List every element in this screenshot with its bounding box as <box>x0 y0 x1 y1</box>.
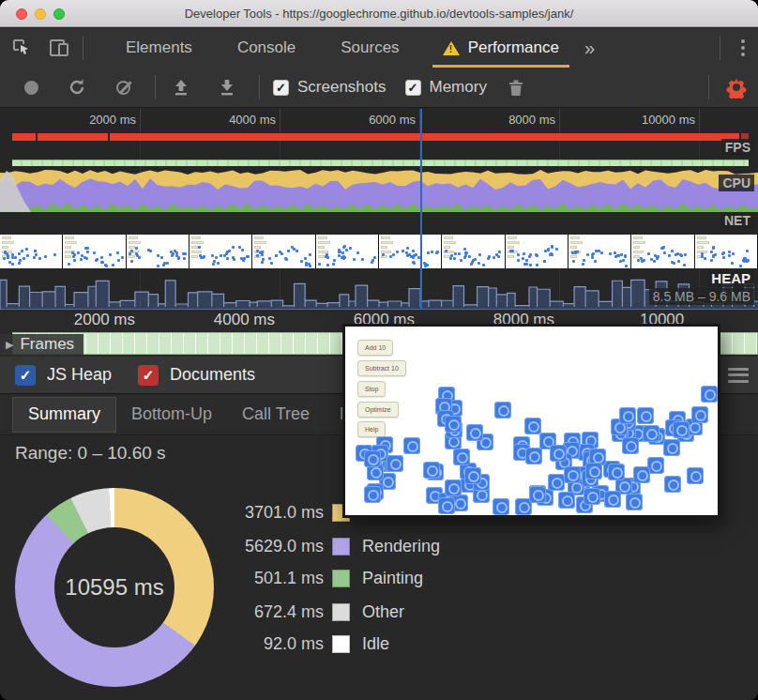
more-tabs-chevron-icon[interactable]: » <box>573 38 606 59</box>
thumbnail-button-stub <box>633 236 643 239</box>
performance-toolbar: ✓ Screenshots ✓ Memory <box>0 68 758 108</box>
screenshots-checkbox-box[interactable]: ✓ <box>273 80 289 96</box>
separator <box>259 75 260 99</box>
screenshot-filmstrip[interactable] <box>0 235 758 268</box>
thumbnail-dot <box>300 260 303 263</box>
thumbnail-dot <box>53 253 56 256</box>
ruler-tick <box>559 109 560 131</box>
memory-checkbox-box[interactable]: ✓ <box>405 80 421 96</box>
thumbnail-dot <box>746 250 749 252</box>
thumbnail-dot <box>591 256 594 259</box>
preview-add10-button: Add 10 <box>357 340 393 356</box>
thumbnail-dot <box>668 254 671 257</box>
filmstrip-thumbnail[interactable] <box>63 235 126 268</box>
fps-row-label: FPS <box>721 139 754 156</box>
timeline-overview[interactable]: 2000 ms4000 ms6000 ms8000 ms10000 ms FPS… <box>0 109 758 310</box>
thumbnail-dot <box>637 259 640 262</box>
thumbnail-dot <box>464 254 467 257</box>
hover-cursor-line <box>420 109 422 310</box>
thumbnail-dot <box>721 252 724 255</box>
thumbnail-dot <box>647 252 650 255</box>
thumbnail-dot <box>326 264 329 266</box>
thumbnail-button-stub <box>318 241 330 244</box>
thumbnail-dot <box>746 260 749 263</box>
load-profile-icon[interactable] <box>167 73 195 101</box>
filmstrip-thumbnail[interactable] <box>190 235 252 268</box>
clear-button[interactable] <box>109 73 137 101</box>
thumbnail-dot <box>275 254 278 257</box>
filmstrip-thumbnail[interactable] <box>631 235 694 268</box>
filmstrip-thumbnail[interactable] <box>379 235 442 268</box>
reload-and-record-button[interactable] <box>63 73 91 101</box>
inspect-element-icon[interactable] <box>6 34 38 62</box>
tab-sources[interactable]: Sources <box>326 28 413 68</box>
net-row <box>0 212 758 235</box>
tab-summary[interactable]: Summary <box>12 397 116 433</box>
thumbnail-button-stub <box>2 241 14 244</box>
thumbnail-button-stub <box>633 255 640 258</box>
cpu-nodes-strip <box>12 160 749 166</box>
disclosure-triangle-icon: ▶ <box>6 339 13 351</box>
legend-category-label: Painting <box>362 569 423 588</box>
thumbnail-button-stub <box>65 255 71 258</box>
thumbnail-dot <box>722 256 725 259</box>
memory-checkbox[interactable]: ✓ Memory <box>405 78 487 97</box>
filmstrip-thumbnail[interactable] <box>506 235 568 268</box>
thumbnail-dot <box>460 259 462 262</box>
thumbnail-dot <box>100 256 103 259</box>
summary-legend-row: 92.0 msIdle <box>169 632 389 655</box>
thumbnail-dot <box>663 251 666 254</box>
thumbnail-dot <box>586 253 589 256</box>
preview-blue-square <box>622 437 639 454</box>
garbage-collect-icon[interactable] <box>502 73 530 101</box>
preview-blue-square <box>529 486 546 503</box>
thumbnail-dot <box>279 251 281 253</box>
close-button[interactable] <box>16 8 27 20</box>
filmstrip-thumbnail[interactable] <box>127 235 190 268</box>
thumbnail-dot <box>38 257 41 260</box>
legend-value: 92.0 ms <box>169 634 324 654</box>
thumbnail-dot <box>671 250 674 252</box>
devtools-menu-icon[interactable] <box>728 39 758 56</box>
thumbnail-dot <box>525 263 528 266</box>
preview-blue-square <box>558 492 575 509</box>
filmstrip-thumbnail[interactable] <box>695 235 758 268</box>
thumbnail-dot <box>396 251 399 253</box>
tab-performance[interactable]: ! Performance <box>429 28 573 68</box>
thumbnail-dot <box>498 251 501 253</box>
zoom-button[interactable] <box>53 8 65 20</box>
overflow-menu-icon[interactable] <box>728 364 749 386</box>
filmstrip-thumbnail[interactable] <box>316 235 379 268</box>
thumbnail-dot <box>547 249 550 251</box>
filmstrip-thumbnail[interactable] <box>442 235 505 268</box>
documents-checkbox[interactable]: ✓ <box>138 365 159 386</box>
thumbnail-button-stub <box>129 246 135 249</box>
tab-call-tree[interactable]: Call Tree <box>227 397 325 433</box>
preview-blue-square <box>673 421 690 438</box>
thumbnail-dot <box>121 256 124 259</box>
filmstrip-thumbnail[interactable] <box>0 235 63 268</box>
thumbnail-button-stub <box>508 255 514 258</box>
filmstrip-thumbnail[interactable] <box>568 235 631 268</box>
device-toolbar-icon[interactable] <box>43 34 75 62</box>
thumbnail-dot <box>641 260 644 263</box>
thumbnail-dot <box>449 257 452 260</box>
thumbnail-dot <box>333 259 336 262</box>
screenshots-checkbox[interactable]: ✓ Screenshots <box>273 78 387 97</box>
tab-console[interactable]: Console <box>223 28 310 68</box>
save-profile-icon[interactable] <box>213 73 241 101</box>
frames-expander[interactable]: ▶ Frames <box>0 334 83 355</box>
js-heap-checkbox[interactable]: ✓ <box>15 365 36 386</box>
thumbnail-dot <box>555 248 558 251</box>
record-button[interactable] <box>17 73 45 101</box>
summary-legend-row: 501.1 msPainting <box>169 567 423 589</box>
capture-settings-gear-icon[interactable] <box>722 73 750 101</box>
thumbnail-dot <box>35 253 38 256</box>
tab-bottom-up[interactable]: Bottom-Up <box>116 397 227 433</box>
minimize-button[interactable] <box>35 8 46 20</box>
filmstrip-thumbnail[interactable] <box>252 235 315 268</box>
preview-blue-square <box>364 450 381 467</box>
devtools-tabbar: Elements Console Sources ! Performance » <box>0 28 758 68</box>
thumbnail-dot <box>470 263 473 266</box>
tab-elements[interactable]: Elements <box>112 28 206 68</box>
